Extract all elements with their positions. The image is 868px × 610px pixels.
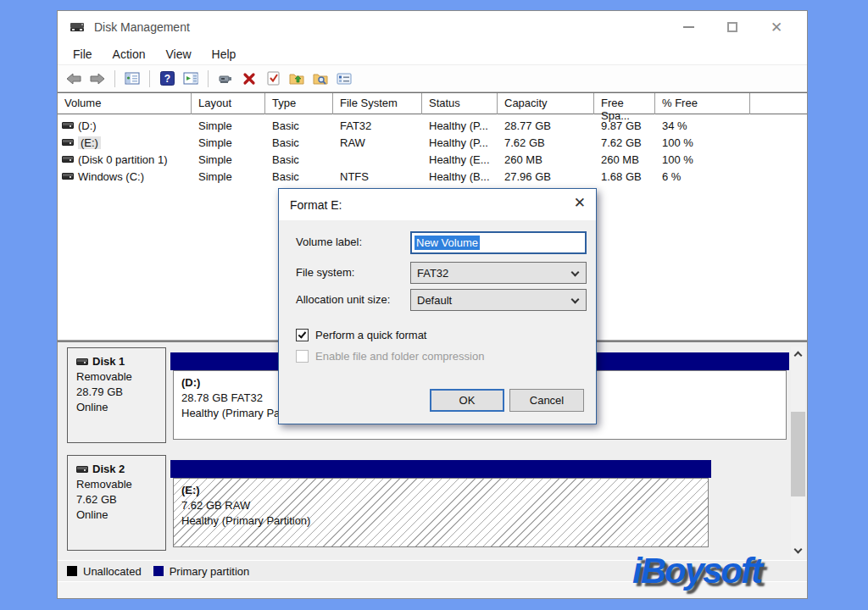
volume-row-windows-c[interactable]: Windows (C:) Simple Basic NTFS Healthy (… xyxy=(58,168,807,185)
disk2-partition-e[interactable]: (E:) 7.62 GB RAW Healthy (Primary Partit… xyxy=(173,478,709,547)
column-pct-free[interactable]: % Free xyxy=(655,93,750,114)
checkbox-unchecked-icon xyxy=(296,350,309,363)
menu-help[interactable]: Help xyxy=(202,43,247,64)
legend-primary-partition: Primary partition xyxy=(153,565,250,578)
column-capacity[interactable]: Capacity xyxy=(498,93,594,114)
volume-icon xyxy=(62,173,74,180)
unallocated-swatch xyxy=(67,566,77,576)
scroll-down-icon[interactable] xyxy=(791,544,805,558)
column-volume[interactable]: Volume xyxy=(58,93,192,114)
iboysoft-watermark: iBoysoft xyxy=(632,551,761,591)
menu-action[interactable]: Action xyxy=(103,43,156,64)
volume-list-header: Volume Layout Type File System Status Ca… xyxy=(58,92,807,114)
column-file-system[interactable]: File System xyxy=(333,93,422,114)
window-title: Disk Management xyxy=(94,20,190,34)
ok-button[interactable]: OK xyxy=(430,389,504,412)
volume-icon xyxy=(62,122,74,129)
close-button[interactable]: ✕ xyxy=(754,11,798,43)
allocation-unit-label: Allocation unit size: xyxy=(296,293,390,306)
disk-drive-icon xyxy=(70,20,86,34)
checkbox-checked-icon xyxy=(296,329,309,341)
back-icon[interactable] xyxy=(64,69,83,88)
volume-label-input[interactable]: New Volume xyxy=(410,231,587,254)
format-dialog: Format E: ✕ Volume label: New Volume Fil… xyxy=(278,188,597,424)
volume-row-d[interactable]: (D:) Simple Basic FAT32 Healthy (P... 28… xyxy=(58,117,807,134)
check-document-icon[interactable] xyxy=(264,69,282,88)
action-pane-icon[interactable] xyxy=(181,69,200,88)
maximize-button[interactable] xyxy=(710,11,754,43)
menu-view[interactable]: View xyxy=(155,43,201,64)
allocation-unit-select[interactable]: Default xyxy=(410,289,587,311)
volume-row-e[interactable]: (E:) Simple Basic RAW Healthy (P... 7.62… xyxy=(58,134,807,151)
folder-up-icon[interactable] xyxy=(287,69,306,88)
forward-icon[interactable] xyxy=(88,69,107,88)
title-bar: Disk Management ✕ xyxy=(58,11,807,43)
volume-icon xyxy=(62,139,74,146)
scroll-up-icon[interactable] xyxy=(791,347,805,361)
column-layout[interactable]: Layout xyxy=(192,93,265,114)
menu-bar: File Action View Help xyxy=(58,43,807,65)
delete-icon[interactable] xyxy=(240,69,259,88)
disk-icon xyxy=(76,358,88,365)
selected-text: New Volume xyxy=(415,236,480,250)
minimize-button[interactable] xyxy=(666,11,710,43)
scrollbar-thumb[interactable] xyxy=(791,412,805,496)
folder-search-icon[interactable] xyxy=(311,69,330,88)
options-icon[interactable] xyxy=(335,69,353,88)
primary-partition-swatch xyxy=(153,566,164,576)
svg-text:?: ? xyxy=(164,73,170,85)
chevron-down-icon xyxy=(571,269,580,277)
device-icon[interactable] xyxy=(216,69,235,88)
column-status[interactable]: Status xyxy=(422,93,498,114)
disk2-info-panel[interactable]: Disk 2 Removable 7.62 GB Online xyxy=(67,455,166,551)
file-system-select[interactable]: FAT32 xyxy=(410,262,587,284)
disk-icon xyxy=(76,466,88,473)
dialog-title: Format E: xyxy=(290,198,342,212)
vertical-scrollbar[interactable] xyxy=(791,347,805,558)
volume-row-disk0-partition1[interactable]: (Disk 0 partition 1) Simple Basic Health… xyxy=(58,151,807,168)
compression-checkbox[interactable]: Enable file and folder compression xyxy=(296,350,484,363)
help-icon[interactable]: ? xyxy=(158,69,176,88)
chevron-down-icon xyxy=(571,296,580,304)
console-tree-icon[interactable] xyxy=(123,69,142,88)
volume-icon xyxy=(62,156,74,163)
column-free-space[interactable]: Free Spa... xyxy=(594,93,655,114)
disk2-partition-strip xyxy=(170,460,711,478)
quick-format-checkbox[interactable]: Perform a quick format xyxy=(296,329,427,341)
cancel-button[interactable]: Cancel xyxy=(509,389,584,412)
toolbar: ? xyxy=(58,65,807,92)
column-type[interactable]: Type xyxy=(265,93,333,114)
menu-file[interactable]: File xyxy=(63,43,103,64)
dialog-title-bar: Format E: ✕ xyxy=(279,189,596,220)
volume-label-label: Volume label: xyxy=(296,236,362,248)
file-system-label: File system: xyxy=(296,266,354,279)
dialog-close-icon[interactable]: ✕ xyxy=(574,196,586,210)
disk1-info-panel[interactable]: Disk 1 Removable 28.79 GB Online xyxy=(67,347,166,443)
legend-unallocated: Unallocated xyxy=(67,565,142,578)
